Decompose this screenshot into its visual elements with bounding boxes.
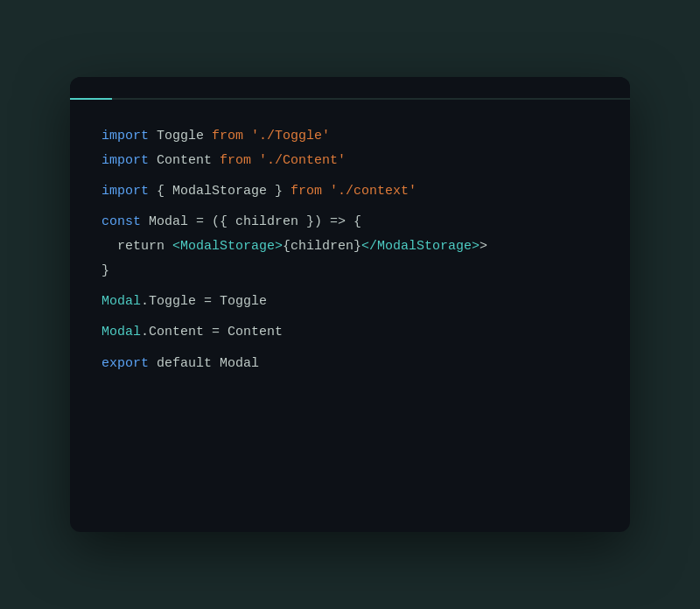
token: Modal [102,294,141,309]
code-line-modal-content: Modal.Content = Content [102,320,598,345]
blank-line [102,345,598,352]
code-line-import-toggle: import Toggle from './Toggle' [102,124,598,149]
token: './context' [330,184,416,199]
token: return [102,239,172,254]
code-area: import Toggle from './Toggle'import Cont… [70,100,630,400]
token: import [102,184,149,199]
token: from [220,153,251,168]
token: .Content = Content [141,325,283,340]
token: > [480,239,487,254]
token [251,153,259,168]
token: const [102,214,141,229]
code-line-import-modal: import { ModalStorage } from './context' [102,179,598,204]
tab-bar [70,77,630,100]
token: Content [149,153,220,168]
token: <ModalStorage> [172,239,283,254]
token: './Content' [259,153,346,168]
token: default Modal [149,356,259,371]
token: Modal [102,325,141,340]
token: } [102,263,109,278]
token: import [102,129,149,144]
blank-line [102,204,598,211]
token: Modal = ({ children }) => { [141,214,361,229]
token: './Toggle' [251,129,330,144]
token: export [102,356,149,371]
code-line-export-default: export default Modal [102,352,598,376]
blank-line [102,284,598,290]
token: from [212,129,243,144]
token [322,184,330,199]
code-line-close-brace: } [102,259,598,284]
token: from [290,184,322,199]
blank-line [102,314,598,321]
token: import [102,153,149,168]
file-tab[interactable] [70,77,112,100]
code-line-modal-toggle: Modal.Toggle = Toggle [102,290,598,314]
token: </ModalStorage> [361,239,480,254]
code-line-const-modal: const Modal = ({ children }) => { [102,210,598,234]
token [243,129,251,144]
code-line-import-content: import Content from './Content' [102,149,598,173]
code-line-return-line: return <ModalStorage>{children}</ModalSt… [102,234,598,259]
token: Toggle [149,129,212,144]
token: .Toggle = Toggle [141,294,267,309]
token: { ModalStorage } [149,184,290,199]
token: {children} [283,239,361,254]
blank-line [102,173,598,180]
editor-window: import Toggle from './Toggle'import Cont… [70,77,630,532]
